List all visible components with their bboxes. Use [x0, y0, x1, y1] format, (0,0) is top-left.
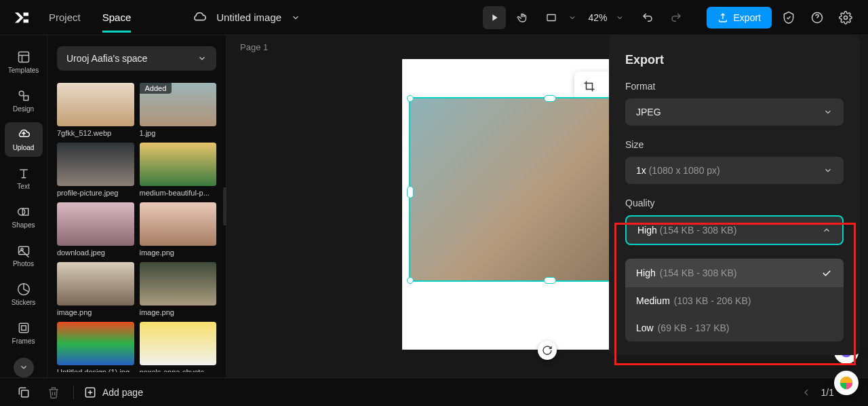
thumbnail-label: image.png [140, 308, 217, 316]
quality-select[interactable]: High (154 KB - 308 KB) [625, 215, 844, 245]
svg-point-6 [18, 208, 24, 215]
quality-dropdown: High(154 KB - 308 KB)Medium(103 KB - 206… [625, 259, 844, 342]
chevron-down-icon[interactable] [616, 14, 624, 22]
svg-rect-17 [22, 390, 28, 396]
title-area: Untitled image [192, 10, 300, 25]
rail-more[interactable] [14, 358, 34, 377]
page-indicator: 1/1 [821, 387, 834, 398]
svg-rect-0 [547, 14, 555, 20]
ratio-tool[interactable] [540, 6, 563, 29]
tab-space[interactable]: Space [102, 2, 132, 33]
left-rail: Templates Design Upload Text Shapes Phot… [0, 35, 47, 377]
thumbnail-item[interactable]: image.png [57, 262, 134, 316]
svg-rect-5 [24, 96, 28, 100]
thumbnail-label: pexels-anna-shvets-... [140, 368, 217, 372]
rail-label: Upload [13, 144, 35, 151]
thumbnail-item[interactable]: 7gfkk_512.webp [57, 83, 134, 137]
added-badge: Added [140, 83, 172, 94]
size-select[interactable]: 1x (1080 x 1080 px) [625, 157, 844, 184]
hand-tool[interactable] [511, 6, 534, 29]
quality-main: High [637, 225, 657, 236]
svg-point-4 [19, 91, 24, 96]
undo-button[interactable] [636, 6, 659, 29]
chevron-down-icon[interactable] [291, 13, 300, 22]
color-wheel-button[interactable] [834, 371, 859, 395]
svg-rect-8 [18, 247, 28, 255]
shield-icon[interactable] [777, 6, 800, 29]
export-panel: Export Format JPEG Size 1x (1080 x 1080 … [609, 35, 860, 355]
canvas-area: Page 1 Export Fo [226, 35, 868, 377]
footer: Add page 1/1 [0, 377, 868, 406]
space-selector[interactable]: Urooj Aafia's space [57, 46, 216, 71]
thumbnail-label: image.png [57, 308, 134, 316]
help-icon[interactable] [806, 6, 829, 29]
format-value: JPEG [636, 107, 661, 117]
side-panel: Urooj Aafia's space 7gfkk_512.webpAdded1… [47, 35, 226, 377]
duplicate-page[interactable] [14, 382, 34, 403]
add-page-label: Add page [102, 387, 143, 398]
delete-page[interactable] [43, 382, 64, 403]
thumbnail-item[interactable]: Untitled design (1).jpg [57, 322, 134, 372]
format-select[interactable]: JPEG [625, 98, 844, 126]
chevron-down-icon [823, 107, 833, 117]
rail-photos[interactable]: Photos [5, 238, 43, 273]
rail-label: Frames [12, 337, 35, 345]
chevron-down-icon[interactable] [568, 14, 576, 22]
settings-icon[interactable] [834, 6, 857, 29]
format-label: Format [625, 81, 844, 92]
rail-label: Stickers [12, 299, 36, 306]
topbar: Project Space Untitled image 42% Export [0, 0, 868, 35]
svg-rect-11 [21, 326, 26, 331]
thumbnail-item[interactable]: image.png [140, 202, 217, 257]
document-title[interactable]: Untitled image [216, 12, 281, 23]
thumbnail-item[interactable]: Added1.jpg [140, 83, 217, 137]
quality-sub: (154 KB - 308 KB) [660, 225, 737, 236]
size-label: Size [625, 139, 844, 150]
thumbnail-item[interactable]: profile-picture.jpeg [57, 143, 134, 197]
svg-rect-10 [19, 324, 28, 333]
size-main: 1x [636, 165, 646, 176]
quality-option[interactable]: High(154 KB - 308 KB) [625, 259, 844, 287]
rail-label: Photos [13, 260, 34, 267]
thumbnail-item[interactable]: image.png [140, 262, 217, 316]
tab-project[interactable]: Project [49, 2, 81, 33]
top-tabs: Project Space [49, 2, 131, 33]
size-sub: (1080 x 1080 px) [649, 165, 720, 176]
export-label: Export [734, 12, 761, 23]
rotate-handle[interactable] [538, 341, 557, 360]
thumbnail-label: medium-beautiful-p... [140, 189, 217, 197]
export-button[interactable]: Export [707, 7, 772, 29]
app-logo[interactable] [11, 7, 33, 29]
thumbnail-label: 1.jpg [140, 129, 217, 137]
rail-label: Design [13, 105, 34, 113]
thumbnail-label: download.jpeg [57, 248, 134, 257]
rail-frames[interactable]: Frames [5, 316, 43, 350]
rail-label: Shapes [12, 221, 35, 229]
redo-button[interactable] [665, 6, 688, 29]
thumbnail-item[interactable]: download.jpeg [57, 202, 134, 257]
rail-templates[interactable]: Templates [5, 45, 43, 79]
rail-text[interactable]: Text [5, 161, 43, 196]
crop-icon[interactable] [577, 74, 601, 98]
svg-point-2 [844, 16, 848, 19]
rail-upload[interactable]: Upload [5, 122, 43, 157]
prev-page[interactable] [801, 387, 812, 398]
thumbnail-item[interactable]: pexels-anna-shvets-... [140, 322, 217, 372]
add-page-button[interactable]: Add page [83, 386, 143, 399]
space-name: Urooj Aafia's space [66, 53, 147, 64]
thumbnail-label: image.png [140, 248, 217, 257]
thumbnail-grid: 7gfkk_512.webpAdded1.jpgprofile-picture.… [57, 83, 216, 372]
quality-option[interactable]: Medium(103 KB - 206 KB) [625, 287, 844, 314]
rail-stickers[interactable]: Stickers [5, 277, 43, 312]
zoom-level[interactable]: 42% [582, 12, 610, 23]
rail-design[interactable]: Design [5, 84, 43, 118]
toolbar-group: 42% Export [483, 6, 858, 29]
cloud-icon [192, 10, 207, 25]
play-button[interactable] [483, 6, 506, 29]
export-title: Export [625, 53, 844, 67]
thumbnail-label: profile-picture.jpeg [57, 189, 134, 197]
rail-shapes[interactable]: Shapes [5, 200, 43, 234]
svg-rect-3 [18, 52, 28, 62]
thumbnail-item[interactable]: medium-beautiful-p... [140, 143, 217, 197]
quality-option[interactable]: Low(69 KB - 137 KB) [625, 314, 844, 342]
